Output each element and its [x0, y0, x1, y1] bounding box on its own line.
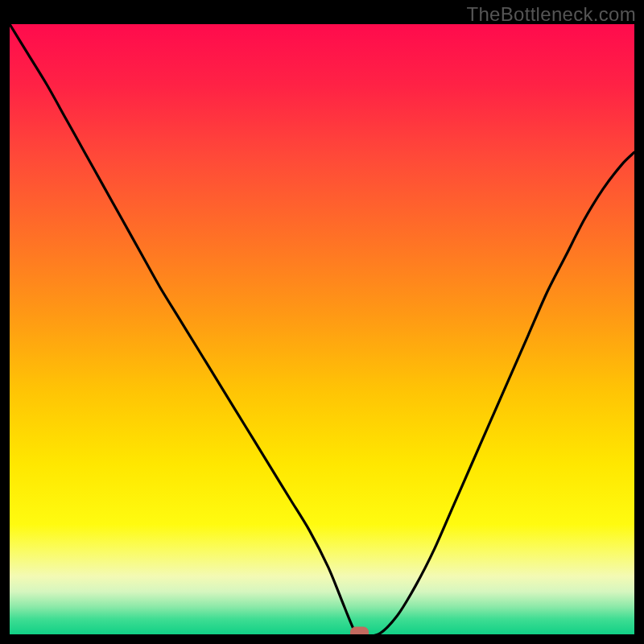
- plot-area: [10, 24, 634, 634]
- watermark-text: TheBottleneck.com: [466, 3, 636, 26]
- marker-icon: [351, 627, 369, 634]
- gradient-background: [10, 24, 634, 634]
- chart-frame: TheBottleneck.com: [0, 0, 644, 644]
- plot-svg: [10, 24, 634, 634]
